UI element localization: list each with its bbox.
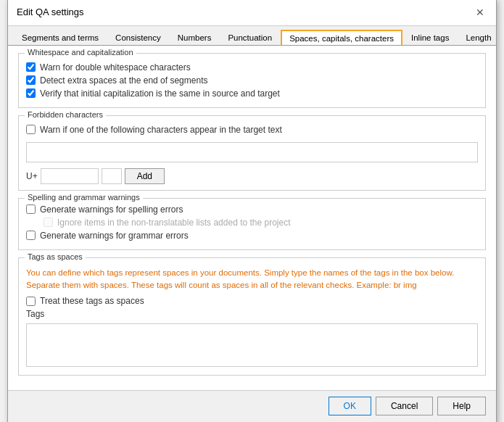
grammar-errors-row: Generate warnings for grammar errors bbox=[26, 231, 478, 241]
title-bar: Edit QA settings ✕ bbox=[8, 0, 496, 26]
spelling-section-title: Spelling and grammar warnings bbox=[25, 193, 143, 202]
forbidden-warn-row: Warn if one of the following characters … bbox=[26, 125, 478, 135]
tags-field-label: Tags bbox=[26, 309, 478, 319]
non-translatable-row: Ignore items in the non-translatable lis… bbox=[44, 218, 478, 228]
capitalization-label: Verify that initial capitalization is th… bbox=[40, 88, 280, 99]
forbidden-warn-label: Warn if one of the following characters … bbox=[40, 125, 282, 135]
non-translatable-label: Ignore items in the non-translatable lis… bbox=[57, 218, 291, 228]
treat-tags-checkbox[interactable] bbox=[26, 297, 36, 306]
whitespace-section: Whitespace and capitalization Warn for d… bbox=[18, 53, 486, 108]
unicode-row: U+ Add bbox=[26, 168, 478, 184]
content-area: Whitespace and capitalization Warn for d… bbox=[8, 46, 496, 391]
whitespace-checks: Warn for double whitespace characters De… bbox=[26, 62, 478, 99]
grammar-errors-label: Generate warnings for grammar errors bbox=[40, 231, 189, 241]
spelling-errors-label: Generate warnings for spelling errors bbox=[40, 204, 183, 215]
capitalization-row: Verify that initial capitalization is th… bbox=[26, 88, 478, 99]
spelling-errors-checkbox[interactable] bbox=[26, 204, 36, 214]
forbidden-warn-checkbox[interactable] bbox=[26, 125, 36, 134]
ok-button[interactable]: OK bbox=[329, 397, 371, 415]
tab-consistency[interactable]: Consistency bbox=[107, 30, 169, 46]
non-translatable-checkbox[interactable] bbox=[44, 218, 53, 227]
tab-length[interactable]: Length bbox=[458, 30, 496, 46]
double-whitespace-checkbox[interactable] bbox=[26, 62, 36, 72]
spelling-section: Spelling and grammar warnings Generate w… bbox=[18, 198, 486, 250]
tab-bar: Segments and terms Consistency Numbers P… bbox=[8, 26, 496, 46]
spelling-errors-row: Generate warnings for spelling errors bbox=[26, 204, 478, 215]
forbidden-chars-input[interactable] bbox=[26, 142, 478, 162]
double-whitespace-row: Warn for double whitespace characters bbox=[26, 62, 478, 73]
forbidden-section-title: Forbidden characters bbox=[25, 110, 106, 119]
tags-info-text: You can define which tags represent spac… bbox=[26, 267, 478, 292]
tags-section: Tags as spaces You can define which tags… bbox=[18, 257, 486, 376]
extra-spaces-row: Detect extra spaces at the end of segmen… bbox=[26, 75, 478, 86]
tab-segments[interactable]: Segments and terms bbox=[14, 30, 107, 46]
forbidden-body: Warn if one of the following characters … bbox=[26, 125, 478, 184]
tab-inline[interactable]: Inline tags bbox=[403, 30, 457, 46]
cancel-button[interactable]: Cancel bbox=[376, 397, 433, 415]
unicode-label: U+ bbox=[26, 171, 38, 181]
tags-textarea[interactable] bbox=[26, 323, 478, 367]
spelling-body: Generate warnings for spelling errors Ig… bbox=[26, 204, 478, 241]
treat-tags-row: Treat these tags as spaces bbox=[26, 296, 478, 306]
unicode-char-input[interactable] bbox=[102, 168, 122, 184]
treat-tags-label: Treat these tags as spaces bbox=[40, 296, 144, 306]
dialog: Edit QA settings ✕ Segments and terms Co… bbox=[7, 0, 497, 422]
close-button[interactable]: ✕ bbox=[473, 5, 487, 20]
help-button[interactable]: Help bbox=[437, 397, 486, 415]
grammar-errors-checkbox[interactable] bbox=[26, 231, 36, 240]
tab-numbers[interactable]: Numbers bbox=[170, 30, 220, 46]
tab-spaces[interactable]: Spaces, capitals, characters bbox=[281, 30, 402, 46]
extra-spaces-checkbox[interactable] bbox=[26, 75, 36, 85]
add-button[interactable]: Add bbox=[125, 168, 165, 184]
tags-section-title: Tags as spaces bbox=[25, 252, 86, 261]
footer: OK Cancel Help bbox=[8, 390, 496, 422]
tags-body: You can define which tags represent spac… bbox=[26, 267, 478, 370]
double-whitespace-label: Warn for double whitespace characters bbox=[40, 62, 191, 73]
tab-punctuation[interactable]: Punctuation bbox=[220, 30, 280, 46]
extra-spaces-label: Detect extra spaces at the end of segmen… bbox=[40, 75, 207, 86]
whitespace-section-title: Whitespace and capitalization bbox=[25, 48, 136, 57]
capitalization-checkbox[interactable] bbox=[26, 88, 36, 98]
dialog-title: Edit QA settings bbox=[17, 7, 84, 17]
forbidden-section: Forbidden characters Warn if one of the … bbox=[18, 115, 486, 191]
unicode-code-input[interactable] bbox=[41, 168, 99, 184]
